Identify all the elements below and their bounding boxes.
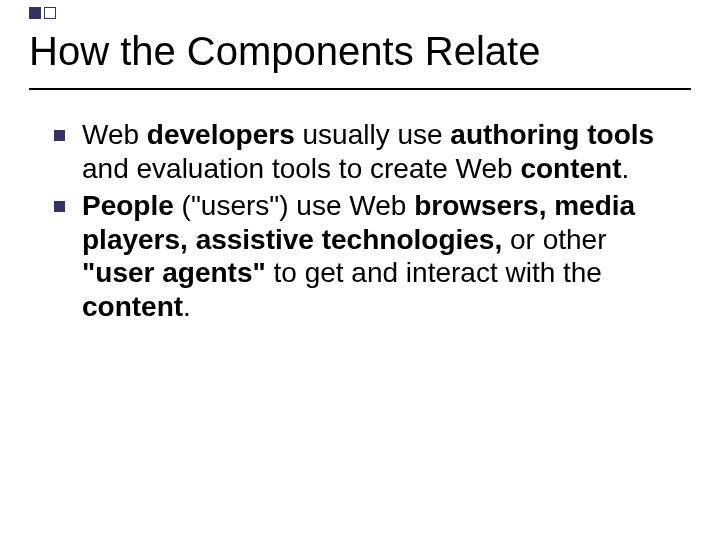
list-item-text: Web developers usually use authoring too…	[82, 119, 654, 184]
list-item: People ("users") use Web browsers, media…	[54, 189, 674, 323]
body-area: Web developers usually use authoring too…	[54, 118, 674, 328]
title-area: How the Components Relate	[29, 22, 691, 90]
slide: How the Components Relate Web developers…	[0, 0, 720, 540]
square-icon	[29, 7, 41, 19]
square-bullet-icon	[54, 130, 65, 141]
list-item: Web developers usually use authoring too…	[54, 118, 674, 185]
title-underline	[29, 88, 691, 90]
bullet-list: Web developers usually use authoring too…	[54, 118, 674, 324]
page-title: How the Components Relate	[29, 22, 691, 88]
square-bullet-icon	[54, 201, 65, 212]
list-item-text: People ("users") use Web browsers, media…	[82, 190, 635, 322]
square-outline-icon	[44, 7, 56, 19]
corner-squares	[29, 7, 56, 19]
